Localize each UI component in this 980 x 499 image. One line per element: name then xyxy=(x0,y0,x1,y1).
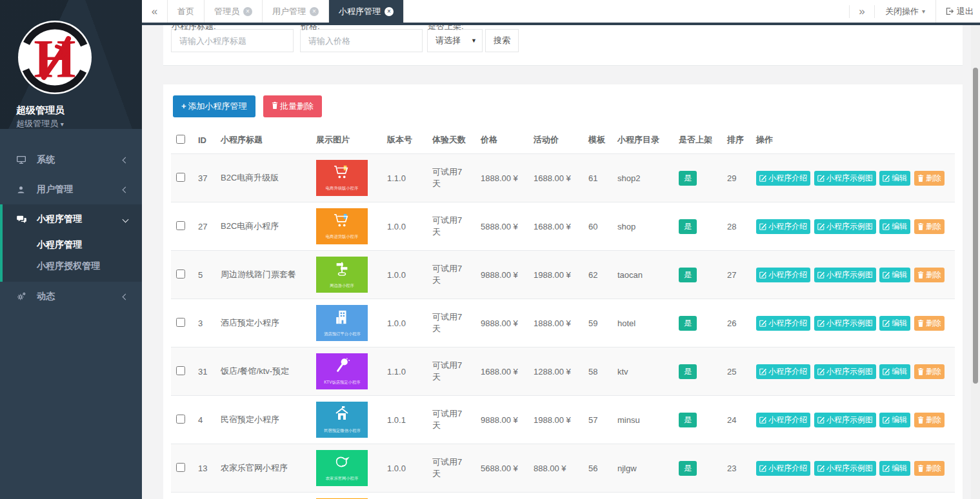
cell-price xyxy=(475,493,528,499)
tab-miniprogram-manage[interactable]: 小程序管理 × xyxy=(329,0,404,23)
table-row: 3 酒店预定小程序 酒店预订平台小程序 1.0.0 可试用7天 9888.00 … xyxy=(171,299,955,347)
sidebar-item-dynamic[interactable]: 动态 xyxy=(0,282,142,311)
panel-gap xyxy=(163,66,963,84)
intro-button[interactable]: 小程序介绍 xyxy=(756,461,810,476)
on-shelf-badge[interactable]: 是 xyxy=(679,268,697,282)
cell-trial-days: 可试用7天 xyxy=(427,444,475,493)
on-shelf-badge[interactable]: 是 xyxy=(679,413,697,427)
row-checkbox[interactable] xyxy=(176,269,185,279)
delete-label: 删除 xyxy=(926,173,941,184)
user-role-dropdown[interactable]: 超级管理员 ▾ xyxy=(16,118,142,130)
on-shelf-badge[interactable]: 是 xyxy=(679,316,697,331)
sample-images-button[interactable]: 小程序示例图 xyxy=(814,461,876,476)
on-shelf-badge[interactable]: 是 xyxy=(679,364,697,379)
tab-close-icon[interactable]: × xyxy=(385,7,394,16)
scroll-tabs-right-button[interactable]: » xyxy=(849,5,875,18)
row-checkbox[interactable] xyxy=(176,366,185,375)
sample-images-button[interactable]: 小程序示例图 xyxy=(814,219,876,234)
cell-activity-price: 888.00 ¥ xyxy=(528,444,583,493)
tab-close-icon[interactable]: × xyxy=(310,7,319,16)
edit-button[interactable]: 编辑 xyxy=(879,171,910,186)
edit-icon xyxy=(817,368,825,375)
cell-template: 56 xyxy=(583,444,612,493)
user-name: 超级管理员 xyxy=(16,104,142,117)
miniprogram-thumbnail: 农家乐官网小程序 xyxy=(316,450,368,486)
tab-admin[interactable]: 管理员 × xyxy=(205,0,263,23)
sample-images-button[interactable]: 小程序示例图 xyxy=(814,171,876,186)
edit-button[interactable]: 编辑 xyxy=(879,219,910,234)
intro-button[interactable]: 小程序介绍 xyxy=(756,413,810,427)
caret-down-icon: ▾ xyxy=(922,8,925,15)
tab-user-manage[interactable]: 用户管理 × xyxy=(263,0,329,23)
on-shelf-badge[interactable]: 是 xyxy=(679,461,697,476)
row-checkbox[interactable] xyxy=(176,221,185,230)
sample-images-button[interactable]: 小程序示例图 xyxy=(814,413,876,427)
logout-button[interactable]: 退出 xyxy=(936,6,980,17)
edit-button[interactable]: 编辑 xyxy=(879,364,910,379)
edit-button[interactable]: 编辑 xyxy=(879,413,910,427)
delete-button[interactable]: 删除 xyxy=(914,219,945,234)
add-miniprogram-button[interactable]: +添加小程序管理 xyxy=(173,95,255,117)
intro-button[interactable]: 小程序介绍 xyxy=(756,171,810,186)
edit-button[interactable]: 编辑 xyxy=(879,316,910,331)
price-input[interactable] xyxy=(300,29,423,52)
sample-images-button[interactable]: 小程序示例图 xyxy=(814,316,876,331)
scroll-tabs-left-button[interactable]: « xyxy=(142,0,168,23)
sidebar-item-miniprogram[interactable]: 小程序管理 xyxy=(3,204,142,234)
tab-home[interactable]: 首页 xyxy=(168,0,205,23)
on-shelf-badge[interactable]: 是 xyxy=(679,219,697,234)
select-all-checkbox[interactable] xyxy=(176,135,185,144)
sidebar-subitem-miniprogram-auth[interactable]: 小程序授权管理 xyxy=(3,255,142,277)
row-checkbox[interactable] xyxy=(176,318,185,327)
table-panel: +添加小程序管理 批量删除 ID 小程序标题 xyxy=(163,84,963,499)
on-shelf-select[interactable]: 请选择 ▼ xyxy=(427,29,483,52)
on-shelf-badge[interactable]: 是 xyxy=(679,171,697,186)
delete-button[interactable]: 删除 xyxy=(914,413,945,427)
vertical-scrollbar[interactable] xyxy=(971,25,980,499)
sample-images-button[interactable]: 小程序示例图 xyxy=(814,364,876,379)
row-checkbox[interactable] xyxy=(176,463,185,472)
edit-button[interactable]: 编辑 xyxy=(879,461,910,476)
sample-images-button[interactable]: 小程序示例图 xyxy=(814,268,876,282)
search-button[interactable]: 搜索 xyxy=(485,29,519,52)
edit-icon xyxy=(817,271,825,279)
sample-label: 小程序示例图 xyxy=(826,463,873,474)
delete-button[interactable]: 删除 xyxy=(914,461,945,476)
scrollbar-thumb[interactable] xyxy=(973,68,978,384)
delete-button[interactable]: 删除 xyxy=(914,316,945,331)
intro-button[interactable]: 小程序介绍 xyxy=(756,316,810,331)
cell-activity-price xyxy=(528,493,583,499)
cell-sort: 27 xyxy=(722,251,751,299)
cell-trial-days: 可试用7天 xyxy=(427,202,475,251)
edit-label: 编辑 xyxy=(892,366,907,377)
edit-icon xyxy=(883,368,890,375)
cell-directory: taocan xyxy=(612,251,674,299)
cell-directory: njlgw xyxy=(612,444,674,493)
intro-button[interactable]: 小程序介绍 xyxy=(756,219,810,234)
sidebar-item-users[interactable]: 用户管理 xyxy=(0,175,142,204)
row-checkbox[interactable] xyxy=(176,173,185,182)
table-row: 5 周边游线路门票套餐 周边游小程序 1.0.0 可试用7天 9888.00 ¥… xyxy=(171,251,955,299)
header-actions: 操作 xyxy=(751,126,955,154)
edit-icon xyxy=(817,175,825,182)
header-activity-price: 活动价 xyxy=(528,126,583,154)
intro-button[interactable]: 小程序介绍 xyxy=(756,268,810,282)
sidebar-subitem-miniprogram-manage[interactable]: 小程序管理 xyxy=(3,234,142,255)
miniprogram-table: ID 小程序标题 展示图片 版本号 体验天数 价格 活动价 模板 小程序目录 是… xyxy=(171,126,955,499)
row-checkbox[interactable] xyxy=(176,415,185,424)
tab-close-icon[interactable]: × xyxy=(243,7,252,16)
close-operations-dropdown[interactable]: 关闭操作 ▾ xyxy=(875,0,936,23)
delete-button[interactable]: 删除 xyxy=(914,268,945,282)
edit-icon xyxy=(817,416,825,424)
sidebar-item-system[interactable]: 系统 xyxy=(0,145,142,175)
edit-button[interactable]: 编辑 xyxy=(879,268,910,282)
cell-price: 9888.00 ¥ xyxy=(475,251,528,299)
title-input[interactable] xyxy=(171,29,294,52)
batch-delete-button[interactable]: 批量删除 xyxy=(263,95,322,117)
intro-button[interactable]: 小程序介绍 xyxy=(756,364,810,379)
cell-title: B2C电商小程序 xyxy=(215,202,311,251)
header-version: 版本号 xyxy=(382,126,427,154)
thumbnail-icon xyxy=(334,357,350,376)
delete-button[interactable]: 删除 xyxy=(914,171,945,186)
delete-button[interactable]: 删除 xyxy=(914,364,945,379)
